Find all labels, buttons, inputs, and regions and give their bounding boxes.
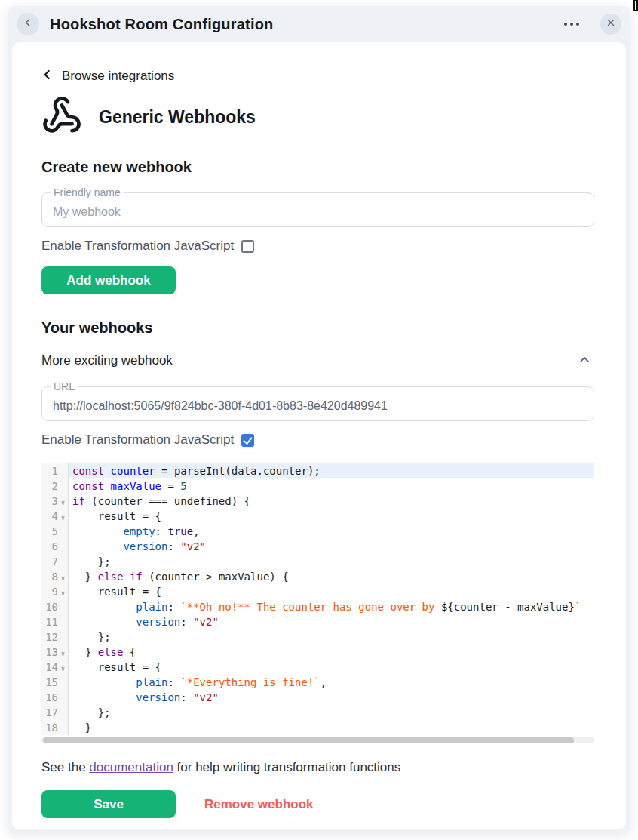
enable-transformation-row-webhook: Enable Transformation JavaScript <box>41 432 594 448</box>
gutter-line-number: 1 <box>41 463 69 478</box>
code-line[interactable]: 14∨ result = { <box>41 660 594 675</box>
fold-chevron-icon[interactable]: ∨ <box>58 494 68 509</box>
gutter-line-number: 11 <box>41 614 69 629</box>
gutter-line-number: 9∨ <box>41 584 69 599</box>
webhook-name: More exciting webhook <box>41 353 173 368</box>
gutter-line-number: 4∨ <box>41 509 69 524</box>
integration-title: Generic Webhooks <box>99 107 256 128</box>
gutter-line-number: 12 <box>41 629 69 645</box>
integration-header: Generic Webhooks <box>41 95 594 139</box>
code-editor-hscrollbar <box>41 737 594 743</box>
code-text: result = { <box>69 584 594 599</box>
code-line[interactable]: 4∨ result = { <box>41 509 594 524</box>
code-text: plain: `*Everything is fine!`, <box>69 675 594 690</box>
gutter-line-number: 7 <box>41 554 69 569</box>
fold-chevron-icon[interactable]: ∨ <box>58 645 68 660</box>
remove-webhook-button[interactable]: Remove webhook <box>197 792 321 817</box>
enable-transformation-label: Enable Transformation JavaScript <box>41 238 234 254</box>
gutter-line-number: 15 <box>41 675 69 690</box>
friendly-name-label: Friendly name <box>51 186 124 199</box>
code-line[interactable]: 9∨ result = { <box>41 584 594 599</box>
chevron-left-icon <box>22 17 34 32</box>
add-webhook-button[interactable]: Add webhook <box>41 266 176 294</box>
create-webhook-heading: Create new webhook <box>41 158 594 176</box>
enable-transformation-checkbox[interactable] <box>241 240 254 253</box>
code-line[interactable]: 8∨ } else if (counter > maxValue) { <box>41 569 594 584</box>
fold-spacer <box>58 599 68 614</box>
save-button[interactable]: Save <box>41 790 176 818</box>
help-text: See the documentation for help writing t… <box>41 760 594 775</box>
code-text: empty: true, <box>69 524 594 539</box>
fold-spacer <box>58 675 68 690</box>
back-button[interactable] <box>17 13 39 35</box>
code-line[interactable]: 3∨if (counter === undefined) { <box>41 494 594 509</box>
code-line[interactable]: 5 empty: true, <box>41 524 594 539</box>
code-line[interactable]: 17 }; <box>41 705 594 720</box>
fold-chevron-icon[interactable]: ∨ <box>58 509 68 524</box>
collapse-button[interactable] <box>575 352 594 370</box>
friendly-name-input[interactable] <box>42 193 594 226</box>
code-text: version: "v2" <box>69 614 594 629</box>
hscrollbar-thumb[interactable] <box>43 737 574 743</box>
fold-spacer <box>58 554 68 569</box>
gutter-line-number: 8∨ <box>41 569 69 584</box>
fold-chevron-icon[interactable]: ∨ <box>58 584 68 599</box>
fold-spacer <box>58 463 68 478</box>
gutter-line-number: 10 <box>41 599 69 614</box>
code-text: plain: `**Oh no!** The counter has gone … <box>69 599 594 614</box>
code-line[interactable]: 13∨ } else { <box>41 645 594 660</box>
code-text: const counter = parseInt(data.counter); <box>69 463 594 478</box>
fold-spacer <box>58 720 68 735</box>
hookshot-config-modal: Hookshot Room Configuration Browse integ… <box>8 6 630 834</box>
documentation-link[interactable]: documentation <box>89 760 173 774</box>
fold-chevron-icon[interactable]: ∨ <box>58 660 68 675</box>
modal-header: Hookshot Room Configuration <box>8 6 630 42</box>
code-line[interactable]: 10 plain: `**Oh no!** The counter has go… <box>41 599 594 614</box>
code-text: }; <box>69 705 594 720</box>
fold-spacer <box>58 478 68 494</box>
content-card: Browse integrations Generic Webhooks Cre… <box>12 42 626 829</box>
gutter-line-number: 3∨ <box>41 494 69 509</box>
code-editor[interactable]: 1const counter = parseInt(data.counter);… <box>41 462 594 735</box>
code-line[interactable]: 16 version: "v2" <box>41 690 594 705</box>
enable-transformation-label: Enable Transformation JavaScript <box>41 432 234 448</box>
close-button[interactable] <box>600 14 621 35</box>
code-line[interactable]: 12 }; <box>41 629 594 645</box>
gutter-line-number: 6 <box>41 539 69 554</box>
url-input[interactable] <box>42 387 594 420</box>
code-line[interactable]: 11 version: "v2" <box>41 614 594 629</box>
webhook-icon <box>41 95 82 139</box>
code-text: } <box>69 720 594 735</box>
gutter-line-number: 18 <box>41 720 69 735</box>
ellipsis-icon <box>564 23 579 26</box>
fold-chevron-icon[interactable]: ∨ <box>58 569 68 584</box>
browse-integrations-label: Browse integrations <box>62 69 174 84</box>
code-line[interactable]: 2const maxValue = 5 <box>41 478 594 494</box>
help-text-prefix: See the <box>41 760 89 774</box>
close-icon <box>606 17 616 31</box>
enable-transformation-checkbox-webhook[interactable] <box>241 434 254 447</box>
code-line[interactable]: 6 version: "v2" <box>41 539 594 554</box>
enable-transformation-row: Enable Transformation JavaScript <box>41 238 594 254</box>
menu-button[interactable] <box>563 18 581 30</box>
gutter-line-number: 14∨ <box>41 660 69 675</box>
gutter-line-number: 2 <box>41 478 69 494</box>
your-webhooks-heading: Your webhooks <box>41 319 594 337</box>
code-text: } else if (counter > maxValue) { <box>69 569 594 584</box>
code-line[interactable]: 18 } <box>41 720 594 735</box>
friendly-name-field: Friendly name <box>41 192 594 227</box>
webhook-list-item[interactable]: More exciting webhook <box>41 352 594 370</box>
code-line[interactable]: 15 plain: `*Everything is fine!`, <box>41 675 594 690</box>
fold-spacer <box>58 539 68 554</box>
browse-integrations-link[interactable]: Browse integrations <box>41 68 174 85</box>
code-line[interactable]: 1const counter = parseInt(data.counter); <box>41 463 594 478</box>
fold-spacer <box>58 524 68 539</box>
code-text: } else { <box>69 645 594 660</box>
code-text: version: "v2" <box>69 539 594 554</box>
fold-spacer <box>58 629 68 645</box>
code-line[interactable]: 7 }; <box>41 554 594 569</box>
fold-spacer <box>58 690 68 705</box>
code-text: result = { <box>69 660 594 675</box>
code-text: }; <box>69 554 594 569</box>
code-text: const maxValue = 5 <box>69 478 594 494</box>
